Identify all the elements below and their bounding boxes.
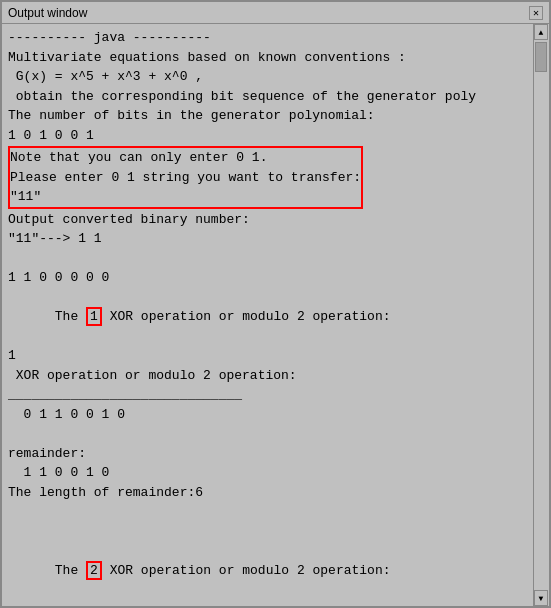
line-binary: 1 1 0 0 0 0 0 <box>8 268 529 288</box>
line-remainder-length: The length of remainder:6 <box>8 483 529 503</box>
the-prefix-1: The <box>55 309 86 324</box>
the-prefix-2: The <box>55 563 86 578</box>
line-xor1-result: 0 1 1 0 0 1 0 <box>8 405 529 425</box>
line-empty4 <box>8 522 529 542</box>
line-quote: "11" <box>10 187 361 207</box>
line-xor2: The 2 XOR operation or modulo 2 operatio… <box>8 541 529 600</box>
line-empty2 <box>8 424 529 444</box>
window-title: Output window <box>8 6 87 20</box>
xor-suffix-2: XOR operation or modulo 2 operation: <box>102 563 391 578</box>
scroll-track <box>534 40 549 590</box>
line-number-bits: The number of bits in the generator poly… <box>8 106 529 126</box>
line-remainder-label: remainder: <box>8 444 529 464</box>
title-bar: Output window ✕ <box>2 2 549 24</box>
line-bits-value: 1 0 1 0 0 1 <box>8 126 529 146</box>
line-empty1 <box>8 249 529 269</box>
line-remainder-value: 1 1 0 0 1 0 <box>8 463 529 483</box>
line-empty3 <box>8 502 529 522</box>
line-divider: ______________________________ <box>8 385 529 405</box>
line-output-value: "11"---> 1 1 <box>8 229 529 249</box>
line-xor1-val2: XOR operation or modulo 2 operation: <box>8 366 529 386</box>
note-box: Note that you can only enter 0 1. Please… <box>8 146 363 209</box>
line-please: Please enter 0 1 string you want to tran… <box>10 168 361 188</box>
xor-number-1: 1 <box>86 307 102 326</box>
xor-suffix-1: XOR operation or modulo 2 operation: <box>102 309 391 324</box>
output-window: Output window ✕ ---------- java --------… <box>0 0 551 608</box>
output-area: ---------- java ---------- Multivariate … <box>2 24 549 606</box>
line-multivariate: Multivariate equations based on known co… <box>8 48 529 68</box>
line-separator: ---------- java ---------- <box>8 28 529 48</box>
scrollbar-vertical[interactable]: ▲ ▼ <box>533 24 549 606</box>
scroll-up-arrow[interactable]: ▲ <box>534 24 548 40</box>
scroll-down-arrow[interactable]: ▼ <box>534 590 548 606</box>
line-xor1-val1: 1 <box>8 346 529 366</box>
line-xor1: The 1 XOR operation or modulo 2 operatio… <box>8 288 529 347</box>
line-output-label: Output converted binary number: <box>8 210 529 230</box>
xor-number-2: 2 <box>86 561 102 580</box>
close-button[interactable]: ✕ <box>529 6 543 20</box>
line-gx: G(x) = x^5 + x^3 + x^0 , <box>8 67 529 87</box>
line-note: Note that you can only enter 0 1. <box>10 148 361 168</box>
line-obtain: obtain the corresponding bit sequence of… <box>8 87 529 107</box>
scroll-thumb[interactable] <box>535 42 547 72</box>
